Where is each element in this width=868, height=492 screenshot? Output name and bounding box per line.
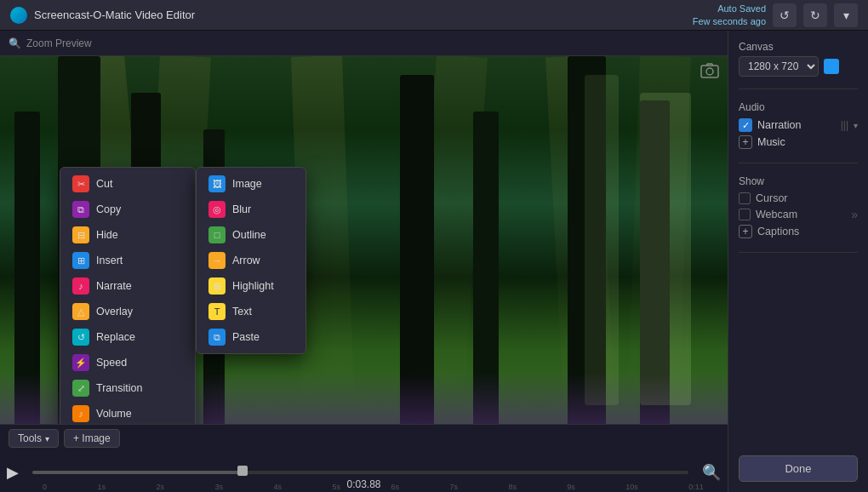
webcam-expand-icon: »	[851, 208, 858, 221]
menu-overlay[interactable]: △ Overlay	[60, 299, 195, 324]
captions-plus-icon: +	[739, 225, 752, 238]
play-button[interactable]: ▶	[7, 463, 19, 482]
menu-paste[interactable]: ⧉ Paste	[197, 324, 306, 350]
app-title: Screencast-O-Matic Video Editor	[34, 9, 195, 21]
titlebar: Screencast-O-Matic Video Editor Auto Sav…	[0, 0, 868, 31]
zoom-icon: 🔍	[9, 37, 21, 49]
webcam-label: Webcam	[756, 209, 797, 220]
menu-copy[interactable]: ⧉ Copy	[60, 197, 195, 222]
menu-insert[interactable]: ⊞ Insert	[60, 248, 195, 273]
video-topbar: 🔍 Zoom Preview	[0, 31, 728, 56]
menu-transition[interactable]: ⤢ Transition	[60, 375, 195, 401]
screenshot-button[interactable]	[700, 63, 719, 83]
webcam-item[interactable]: Webcam »	[739, 206, 858, 223]
svg-rect-0	[701, 66, 718, 77]
timeline-ruler: 0 1s 2s 3s 4s 5s 6s 7s 8s 9s 10s 0:11	[43, 482, 704, 492]
speed-icon: ⚡	[72, 354, 89, 371]
show-section: Show Cursor Webcam » + Captions	[739, 175, 858, 240]
done-label: Done	[785, 462, 811, 475]
cursor-checkbox[interactable]	[739, 192, 751, 204]
preview-canvas: ✂ Cut ⧉ Copy ⊟ Hide ⊞ Insert ♪ Narrate	[0, 56, 728, 424]
menu-cut[interactable]: ✂ Cut	[60, 171, 195, 197]
replace-icon: ↺	[72, 329, 89, 346]
narration-level-icon: |||	[841, 119, 848, 131]
ruler-mark: 1s	[97, 483, 106, 491]
captions-item[interactable]: + Captions	[739, 223, 858, 240]
menu-blur[interactable]: ◎ Blur	[197, 197, 306, 222]
music-plus-icon: +	[739, 135, 752, 149]
add-image-label: + Image	[73, 432, 111, 444]
timeline-cursor[interactable]	[237, 466, 248, 476]
autosave-info: Auto Saved Few seconds ago	[693, 3, 766, 27]
ruler-mark: 7s	[449, 483, 458, 491]
autosave-time: Few seconds ago	[693, 15, 766, 27]
menu-image[interactable]: 🖼 Image	[197, 171, 306, 197]
menu-text[interactable]: T Text	[197, 299, 306, 324]
ruler-mark: 2s	[156, 483, 164, 491]
ruler-mark: 4s	[273, 483, 282, 491]
music-item[interactable]: + Music	[739, 134, 858, 151]
menu-outline[interactable]: □ Outline	[197, 222, 306, 248]
menu-hide[interactable]: ⊟ Hide	[60, 222, 195, 248]
arrow-icon: →	[208, 252, 226, 269]
menu-volume[interactable]: ♪ Volume	[60, 401, 195, 424]
context-menu-left: ✂ Cut ⧉ Copy ⊟ Hide ⊞ Insert ♪ Narrate	[60, 167, 196, 424]
show-section-title: Show	[739, 175, 858, 187]
cursor-label: Cursor	[756, 192, 788, 204]
volume-icon: ♪	[72, 405, 89, 422]
webcam-checkbox[interactable]	[739, 209, 751, 220]
svg-point-1	[706, 68, 713, 75]
canvas-section-title: Canvas	[739, 41, 858, 53]
zoom-preview-label: Zoom Preview	[26, 37, 92, 49]
ruler-mark: 8s	[508, 483, 517, 491]
canvas-section: Canvas 1280 x 720	[739, 41, 858, 77]
narration-label: Narration	[757, 119, 801, 131]
divider	[739, 252, 858, 253]
main-layout: 🔍 Zoom Preview	[0, 31, 868, 492]
insert-icon: ⊞	[72, 252, 89, 269]
redo-button[interactable]: ↻	[803, 3, 827, 27]
menu-highlight[interactable]: ⊞ Highlight	[197, 273, 306, 299]
narration-item[interactable]: ✓ Narration ||| ▾	[739, 117, 858, 134]
search-timeline-button[interactable]: 🔍	[702, 463, 721, 482]
narration-check-icon: ✓	[739, 118, 752, 132]
timeline-bar[interactable]	[32, 471, 688, 474]
undo-button[interactable]: ↺	[773, 3, 797, 27]
divider	[739, 89, 858, 89]
app-logo	[10, 7, 27, 24]
tools-label: Tools	[18, 432, 42, 444]
canvas-size-select[interactable]: 1280 x 720	[739, 56, 819, 77]
menu-arrow[interactable]: → Arrow	[197, 248, 306, 273]
ruler-mark: 10s	[625, 483, 638, 491]
right-panel: Canvas 1280 x 720 Audio ✓ Narration ||| …	[728, 31, 868, 492]
ruler-mark: 3s	[214, 483, 223, 491]
divider	[739, 163, 858, 163]
more-button[interactable]: ▾	[834, 3, 858, 27]
video-area: 🔍 Zoom Preview	[0, 31, 728, 492]
menu-speed[interactable]: ⚡ Speed	[60, 350, 195, 375]
timeline-progress	[32, 471, 243, 474]
canvas-color-swatch[interactable]	[824, 59, 839, 74]
autosave-label: Auto Saved	[693, 3, 766, 14]
paste-icon: ⧉	[208, 329, 226, 346]
menu-replace[interactable]: ↺ Replace	[60, 324, 195, 350]
ruler-mark: 0:11	[688, 483, 704, 491]
ruler-mark: 9s	[567, 483, 575, 491]
hide-icon: ⊟	[72, 226, 89, 243]
tools-chevron-icon: ▾	[45, 434, 49, 443]
text-icon: T	[208, 303, 226, 320]
ruler-mark: 6s	[391, 483, 399, 491]
add-image-button[interactable]: + Image	[64, 429, 120, 448]
menu-narrate[interactable]: ♪ Narrate	[60, 273, 195, 299]
transition-icon: ⤢	[72, 380, 89, 397]
bright-tree	[585, 75, 619, 406]
context-menu-right: 🖼 Image ◎ Blur □ Outline → Arrow ⊞ Hi	[196, 167, 306, 354]
bright-tree	[640, 93, 691, 405]
narrate-icon: ♪	[72, 277, 89, 295]
image-icon: 🖼	[208, 175, 226, 192]
done-button[interactable]: Done	[739, 455, 858, 482]
bottom-controls: Tools ▾ + Image ▶ 🔍 0:03.88 0	[0, 424, 728, 492]
toolbar-row: Tools ▾ + Image	[0, 425, 728, 452]
tools-button[interactable]: Tools ▾	[9, 429, 59, 448]
cursor-item[interactable]: Cursor	[739, 191, 858, 206]
